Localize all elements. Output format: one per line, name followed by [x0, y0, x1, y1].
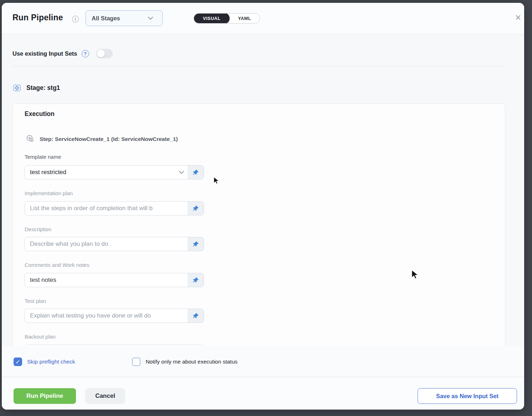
field-label-test-plan: Test plan [25, 298, 46, 304]
stage-row: Stage: stg1 [12, 83, 60, 92]
pin-icon[interactable] [188, 273, 204, 287]
notify-me-label[interactable]: Notify only me about execution status [145, 359, 237, 365]
template-name-select[interactable]: test restricted [25, 165, 204, 179]
modal-header: Run Pipeline i All Stages VISUAL YAML ✕ [2, 3, 524, 34]
implementation-plan-field [25, 201, 204, 215]
description-field [25, 237, 204, 251]
cancel-button[interactable]: Cancel [85, 388, 125, 404]
header-divider [12, 66, 505, 66]
stages-select-value: All Stages [92, 15, 144, 22]
description-input[interactable] [25, 237, 188, 251]
stage-label: Stage: stg1 [26, 84, 60, 92]
tab-yaml[interactable]: YAML [229, 13, 260, 24]
notify-me-checkbox[interactable] [132, 357, 140, 366]
test-plan-field [25, 309, 204, 323]
close-icon[interactable]: ✕ [512, 12, 524, 24]
use-input-sets-row: Use existing Input Sets ? [12, 48, 113, 59]
field-label-implementation-plan: Implementation plan [25, 190, 73, 196]
footer-buttons: Run Pipeline Cancel Save as New Input Se… [2, 377, 524, 410]
preflight-band: ✓ Skip preflight check Notify only me ab… [2, 346, 524, 377]
help-icon[interactable]: ? [82, 50, 89, 57]
field-label-template-name: Template name [25, 154, 61, 160]
use-input-sets-label: Use existing Input Sets [12, 50, 77, 57]
field-label-comments: Comments and Work notes [25, 262, 89, 268]
pin-icon[interactable] [188, 166, 204, 179]
run-pipeline-modal: Run Pipeline i All Stages VISUAL YAML ✕ … [2, 3, 524, 410]
field-label-backout-plan: Backout plan [25, 334, 56, 340]
execution-card: Execution Step: ServiceNowCreate_1 (Id: … [12, 103, 505, 346]
step-icon [26, 135, 34, 144]
chevron-down-icon [144, 16, 157, 20]
stages-select[interactable]: All Stages [86, 10, 163, 26]
visual-yaml-toggle: VISUAL YAML [194, 13, 260, 24]
save-as-new-input-set-button[interactable]: Save as New Input Set [418, 388, 517, 404]
page-title: Run Pipeline [12, 13, 63, 22]
stage-icon [12, 83, 21, 92]
comments-input[interactable] [25, 273, 188, 287]
test-plan-input[interactable] [25, 309, 188, 323]
pin-icon[interactable] [188, 237, 204, 251]
step-label: Step: ServiceNowCreate_1 (Id: ServiceNow… [40, 136, 178, 142]
toggle-knob [97, 50, 105, 57]
pin-icon[interactable] [188, 202, 204, 215]
step-row: Step: ServiceNowCreate_1 (Id: ServiceNow… [26, 135, 178, 144]
template-name-value: test restricted [25, 169, 175, 176]
pin-icon[interactable] [188, 309, 204, 323]
use-input-sets-toggle[interactable] [96, 49, 113, 58]
skip-preflight-label[interactable]: Skip preflight check [27, 359, 75, 365]
checkbox-row: ✓ Skip preflight check Notify only me ab… [14, 357, 237, 366]
chevron-down-icon [175, 171, 188, 174]
comments-field [25, 273, 204, 287]
field-label-description: Description [25, 226, 51, 232]
skip-preflight-checkbox[interactable]: ✓ [14, 357, 22, 366]
tab-visual[interactable]: VISUAL [194, 13, 230, 24]
run-pipeline-button[interactable]: Run Pipeline [14, 388, 76, 404]
info-icon[interactable]: i [72, 16, 79, 22]
execution-title: Execution [25, 110, 55, 118]
implementation-plan-input[interactable] [25, 202, 188, 215]
